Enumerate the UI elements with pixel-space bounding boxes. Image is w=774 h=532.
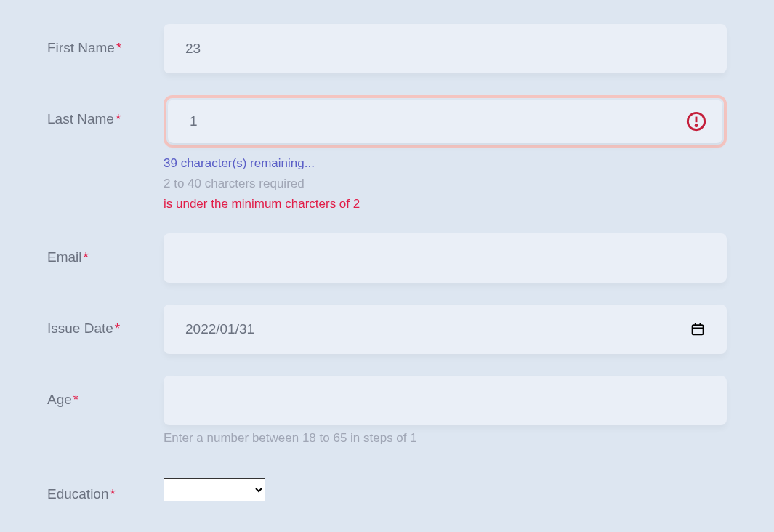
last-name-input[interactable] bbox=[168, 100, 722, 143]
svg-rect-3 bbox=[693, 325, 704, 334]
calendar-icon bbox=[690, 322, 705, 336]
last-name-error-hint: is under the minimum charcters of 2 bbox=[164, 197, 727, 211]
age-hint: Enter a number between 18 to 65 in steps… bbox=[164, 431, 727, 446]
first-name-input[interactable] bbox=[164, 24, 727, 73]
email-label-col: Email* bbox=[47, 233, 164, 265]
error-icon bbox=[686, 111, 706, 132]
education-label-col: Education* bbox=[47, 467, 164, 502]
last-name-remaining-hint: 39 character(s) remaining... bbox=[164, 156, 727, 171]
age-label-col: Age* bbox=[47, 376, 164, 408]
svg-point-2 bbox=[696, 125, 697, 126]
age-input[interactable] bbox=[164, 376, 727, 425]
required-asterisk: * bbox=[110, 486, 116, 501]
last-name-input-col: 39 character(s) remaining... 2 to 40 cha… bbox=[164, 95, 727, 211]
last-name-label: Last Name bbox=[47, 111, 114, 126]
required-asterisk: * bbox=[115, 321, 120, 336]
age-row: Age* Enter a number between 18 to 65 in … bbox=[47, 376, 727, 446]
first-name-row: First Name* bbox=[47, 24, 727, 73]
issue-date-row: Issue Date* 2022/01/31 bbox=[47, 305, 727, 354]
education-select[interactable] bbox=[164, 478, 265, 501]
email-row: Email* bbox=[47, 233, 727, 283]
education-input-col bbox=[164, 467, 727, 501]
issue-date-input[interactable]: 2022/01/31 bbox=[164, 305, 727, 354]
last-name-row: Last Name* 39 character(s) remaining... … bbox=[47, 95, 727, 211]
required-asterisk: * bbox=[116, 111, 121, 126]
education-row: Education* bbox=[47, 467, 727, 502]
issue-date-label: Issue Date bbox=[47, 321, 113, 336]
email-input[interactable] bbox=[164, 233, 727, 283]
first-name-input-col bbox=[164, 24, 727, 73]
last-name-label-col: Last Name* bbox=[47, 95, 164, 127]
required-asterisk: * bbox=[116, 40, 121, 55]
issue-date-value: 2022/01/31 bbox=[185, 321, 254, 337]
email-input-col bbox=[164, 233, 727, 283]
age-label: Age bbox=[47, 392, 72, 407]
email-label: Email bbox=[47, 249, 82, 265]
issue-date-label-col: Issue Date* bbox=[47, 305, 164, 336]
last-name-error-wrapper bbox=[164, 95, 727, 148]
first-name-label-col: First Name* bbox=[47, 24, 164, 56]
first-name-label: First Name bbox=[47, 40, 115, 55]
required-asterisk: * bbox=[73, 392, 78, 407]
issue-date-input-col: 2022/01/31 bbox=[164, 305, 727, 354]
education-label: Education bbox=[47, 486, 109, 501]
required-asterisk: * bbox=[84, 249, 89, 265]
last-name-requirement-hint: 2 to 40 charcters required bbox=[164, 177, 727, 191]
age-input-col: Enter a number between 18 to 65 in steps… bbox=[164, 376, 727, 446]
